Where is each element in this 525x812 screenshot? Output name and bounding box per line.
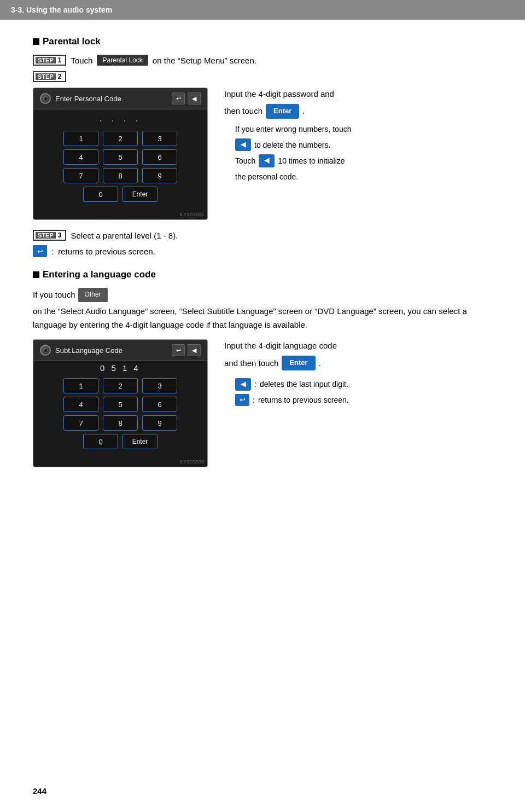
screen1-dots: . . . . bbox=[33, 109, 207, 126]
parental-lock-button[interactable]: Parental Lock bbox=[97, 55, 148, 66]
delete-button-1[interactable]: ◀ bbox=[235, 138, 251, 151]
step3-badge: STEP 3 bbox=[33, 230, 66, 241]
lang-num-btn-4[interactable]: 4 bbox=[63, 397, 98, 412]
screen2: Subt.Language Code ↩ ◀ 0 5 1 4 1 2 3 4 5… bbox=[33, 339, 208, 467]
lang-desc-line2: and then touch Enter . bbox=[224, 356, 492, 370]
language-code-title: Entering a language code bbox=[33, 269, 492, 280]
back-note-row: ↩ : returns to previous screen. bbox=[33, 245, 492, 257]
screen1-watermark: ILY32G085 bbox=[33, 211, 207, 219]
lang-note1: ◀ : deletes the last input digit. bbox=[235, 378, 492, 391]
lang-num-btn-5[interactable]: 5 bbox=[103, 397, 138, 412]
screen2-title: Subt.Language Code bbox=[55, 346, 122, 355]
delete-button-2[interactable]: ◀ bbox=[259, 154, 275, 167]
step1-row: STEP 1 Touch Parental Lock on the “Setup… bbox=[33, 55, 492, 66]
lang-note2: ↩ : returns to previous screen. bbox=[235, 394, 492, 406]
screen2-header: Subt.Language Code ↩ ◀ bbox=[33, 340, 207, 361]
parental-lock-title: Parental lock bbox=[33, 36, 492, 47]
lang-num-btn-8[interactable]: 8 bbox=[103, 415, 138, 431]
step2-badge: STEP 2 bbox=[33, 71, 66, 82]
step2-row: STEP 2 bbox=[33, 71, 492, 82]
lang-num-btn-7[interactable]: 7 bbox=[63, 415, 98, 431]
step3-text: Select a parental level (1 - 8). bbox=[71, 231, 178, 240]
num-btn-5[interactable]: 5 bbox=[103, 149, 138, 165]
back-note-text: returns to previous screen. bbox=[58, 247, 155, 256]
screen1: Enter Personal Code ↩ ◀ . . . . 1 2 3 bbox=[33, 88, 208, 220]
lang-back-btn: ↩ bbox=[235, 394, 249, 406]
screen2-code: 0 5 1 4 bbox=[33, 361, 207, 374]
note2: Touch ◀ 10 times to initialize bbox=[235, 154, 492, 167]
enter-button-1[interactable]: Enter bbox=[266, 104, 299, 119]
screen1-numpad: 1 2 3 4 5 6 7 8 9 0 bbox=[33, 126, 207, 211]
note1-btn-row: ◀ to delete the numbers. bbox=[235, 138, 492, 151]
step2-desc-line2: then touch Enter . bbox=[224, 104, 492, 119]
step2-desc: Input the 4-digit password and then touc… bbox=[224, 88, 492, 183]
num-btn-0[interactable]: 0 bbox=[83, 187, 118, 202]
screen2-left-nav[interactable]: ◀ bbox=[188, 344, 201, 356]
lang-num-btn-1[interactable]: 1 bbox=[63, 378, 98, 393]
lang-desc-line1: Input the 4-digit language code bbox=[224, 339, 492, 352]
screen1-back-nav[interactable]: ↩ bbox=[172, 92, 185, 105]
screen1-title: Enter Personal Code bbox=[55, 95, 121, 103]
note1: If you enter wrong numbers, touch bbox=[235, 123, 492, 135]
lang-num-btn-3[interactable]: 3 bbox=[142, 378, 177, 393]
num-btn-1[interactable]: 1 bbox=[63, 131, 98, 146]
lang-delete-btn[interactable]: ◀ bbox=[235, 378, 251, 391]
num-btn-2[interactable]: 2 bbox=[103, 131, 138, 146]
enter-button-2[interactable]: Enter bbox=[282, 356, 315, 370]
num-btn-8[interactable]: 8 bbox=[103, 168, 138, 183]
step3-row: STEP 3 Select a parental level (1 - 8). bbox=[33, 230, 492, 241]
num-btn-4[interactable]: 4 bbox=[63, 149, 98, 165]
header-title: 3-3. Using the audio system bbox=[11, 5, 112, 14]
lang-num-btn-6[interactable]: 6 bbox=[142, 397, 177, 412]
page-number: 244 bbox=[33, 786, 46, 796]
screen1-enter-btn[interactable]: Enter bbox=[122, 187, 158, 202]
num-btn-3[interactable]: 3 bbox=[142, 131, 177, 146]
num-btn-9[interactable]: 9 bbox=[142, 168, 177, 183]
screen2-numpad: 1 2 3 4 5 6 7 8 9 0 Enter bbox=[33, 374, 207, 458]
disc-icon-2 bbox=[40, 345, 51, 356]
back-button-icon: ↩ bbox=[33, 245, 47, 257]
screen2-enter-btn[interactable]: Enter bbox=[122, 434, 158, 449]
num-btn-6[interactable]: 6 bbox=[142, 149, 177, 165]
page-header: 3-3. Using the audio system bbox=[0, 0, 525, 20]
screen2-watermark: ILY32G038 bbox=[33, 458, 207, 467]
language-code-body: If you touch Other on the “Select Audio … bbox=[33, 288, 492, 332]
section-icon bbox=[33, 38, 39, 45]
lang-num-btn-9[interactable]: 9 bbox=[142, 415, 177, 431]
lang-desc: Input the 4-digit language code and then… bbox=[224, 339, 492, 409]
step2-desc-line1: Input the 4-digit password and bbox=[224, 88, 492, 101]
num-btn-7[interactable]: 7 bbox=[63, 168, 98, 183]
section-icon-2 bbox=[33, 271, 39, 278]
screen2-back-nav[interactable]: ↩ bbox=[172, 344, 185, 356]
screen1-left-nav[interactable]: ◀ bbox=[188, 92, 201, 105]
step1-badge: STEP 1 bbox=[33, 55, 66, 66]
disc-icon bbox=[40, 93, 51, 104]
other-button[interactable]: Other bbox=[78, 288, 108, 302]
step1-text-after: on the “Setup Menu” screen. bbox=[153, 56, 256, 65]
note2-line2: the personal code. bbox=[235, 171, 492, 183]
screen1-header: Enter Personal Code ↩ ◀ bbox=[33, 88, 207, 109]
step1-text-before: Touch bbox=[71, 56, 92, 65]
lang-num-btn-0[interactable]: 0 bbox=[83, 434, 118, 449]
lang-num-btn-2[interactable]: 2 bbox=[103, 378, 138, 393]
